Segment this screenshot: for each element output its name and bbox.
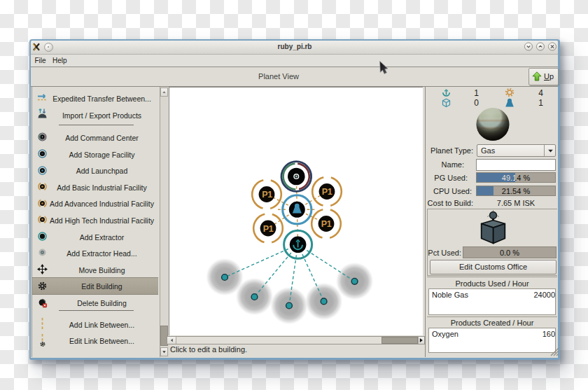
svg-text:P1: P1 <box>262 190 272 200</box>
svg-text:P1: P1 <box>263 224 274 234</box>
svg-text:P1: P1 <box>321 219 332 229</box>
svg-text:P1: P1 <box>322 187 332 197</box>
